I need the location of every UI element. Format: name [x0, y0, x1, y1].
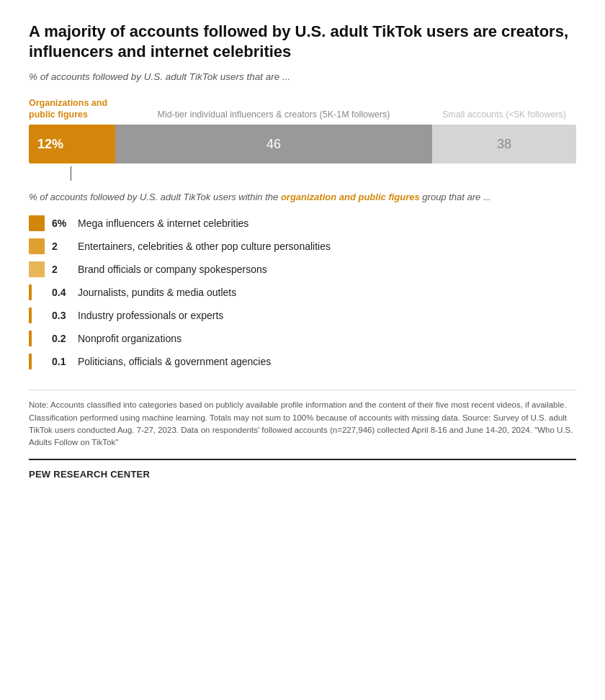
- col-header-light: Small accounts (<5K followers): [432, 109, 576, 121]
- breakdown-label-highlight: organization and public figures: [281, 192, 420, 202]
- legend-value-mega: 6%: [52, 217, 78, 229]
- legend-text-mega: Mega influencers & internet celebrities: [78, 217, 248, 229]
- swatch-nonprofit: [29, 331, 32, 346]
- pew-credit: PEW RESEARCH CENTER: [29, 469, 576, 480]
- col-header-mid: Mid-tier individual influencers & creato…: [115, 109, 432, 121]
- list-item: 0.3 Industry professionals or experts: [29, 308, 576, 323]
- swatch-entertainers: [29, 238, 45, 254]
- bar-light-value: 38: [497, 137, 511, 152]
- bar-chart: 12% 46 38: [29, 125, 576, 163]
- legend-value-industry: 0.3: [52, 310, 78, 321]
- main-title: A majority of accounts followed by U.S. …: [29, 22, 576, 61]
- bar-orange-value: 12%: [37, 137, 63, 152]
- list-item: 6% Mega influencers & internet celebriti…: [29, 215, 576, 231]
- legend-text-nonprofit: Nonprofit organizations: [78, 333, 182, 344]
- footnote: Note: Accounts classified into categorie…: [29, 390, 576, 449]
- legend-value-politicians: 0.1: [52, 356, 78, 367]
- bar-organizations: 12%: [29, 125, 115, 163]
- bar-small-accounts: 38: [432, 125, 576, 163]
- legend-value-brand: 2: [52, 264, 78, 275]
- legend-value-entertainers: 2: [52, 241, 78, 252]
- legend-text-brand: Brand officials or company spokespersons: [78, 264, 267, 275]
- swatch-journalists: [29, 284, 32, 300]
- col-header-orange: Organizations and public figures: [29, 98, 115, 120]
- swatch-industry: [29, 308, 32, 323]
- legend-value-nonprofit: 0.2: [52, 333, 78, 344]
- swatch-politicians: [29, 354, 32, 369]
- list-item: 0.2 Nonprofit organizations: [29, 331, 576, 346]
- legend-text-industry: Industry professionals or experts: [78, 310, 223, 321]
- bar-mid-value: 46: [266, 137, 281, 152]
- swatch-brand: [29, 261, 45, 277]
- arrow-line: [71, 166, 71, 181]
- legend-list: 6% Mega influencers & internet celebriti…: [29, 215, 576, 369]
- legend-text-journalists: Journalists, pundits & media outlets: [78, 287, 236, 298]
- arrow-indicator: [29, 166, 576, 181]
- list-item: 0.1 Politicians, officials & government …: [29, 354, 576, 369]
- legend-text-entertainers: Entertainers, celebrities & other pop cu…: [78, 241, 331, 252]
- list-item: 2 Brand officials or company spokesperso…: [29, 261, 576, 277]
- bar-mid-tier: 46: [115, 125, 432, 163]
- list-item: 2 Entertainers, celebrities & other pop …: [29, 238, 576, 254]
- credit-divider: [29, 459, 576, 460]
- breakdown-label: % of accounts followed by U.S. adult Tik…: [29, 191, 576, 204]
- list-item: 0.4 Journalists, pundits & media outlets: [29, 284, 576, 300]
- legend-value-journalists: 0.4: [52, 287, 78, 298]
- chart-subtitle: % of accounts followed by U.S. adult Tik…: [29, 71, 576, 82]
- swatch-mega: [29, 215, 45, 231]
- legend-text-politicians: Politicians, officials & government agen…: [78, 356, 271, 367]
- column-headers: Organizations and public figures Mid-tie…: [29, 98, 576, 120]
